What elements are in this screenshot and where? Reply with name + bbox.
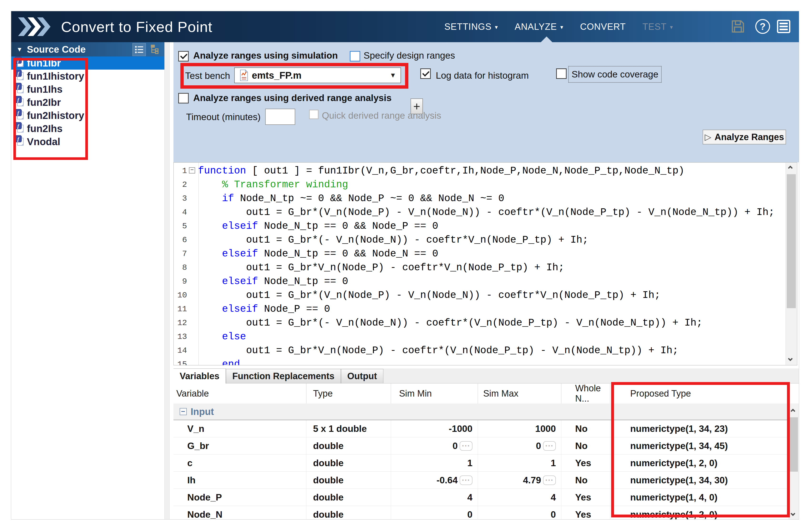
code-text: out1 = G_br*(- V_n(Node_N)) - coeftr*(V_… [198,316,702,330]
sidebar-item-fun1Ihistory[interactable]: ffun1Ihistory [11,70,164,83]
tab-function-replacements[interactable]: Function Replacements [226,369,341,383]
code-text: elseif Node_N_tp == 0 && Node_P == 0 [198,219,438,233]
sim-min-value: 4 [467,492,473,503]
chevron-down-icon: ▾ [560,24,563,30]
panel-divider[interactable] [164,42,170,519]
code-line: 12 out1 = G_br*(- V_n(Node_N)) - coeftr*… [174,316,797,330]
tab-output[interactable]: Output [341,369,383,383]
sidebar-item-label: fun1Ihistory [27,71,84,82]
line-number: 7 [174,247,187,261]
more-detail-icon[interactable]: ··· [460,475,473,485]
cell-type: double [306,506,391,519]
fold-column [187,302,198,316]
line-number: 10 [174,288,187,302]
table-row[interactable]: V_n5 x 1 double-10001000Nonumerictype(1,… [173,420,789,437]
code-text: elseif Node_P == 0 [198,302,330,316]
timeout-input[interactable] [265,109,295,125]
code-fold-icon[interactable]: − [189,167,195,173]
column-header-sim-min[interactable]: Sim Min [391,383,478,404]
table-row[interactable]: G_brdouble0···0···Nonumerictype(1, 34, 4… [173,437,789,455]
scroll-up-icon[interactable] [791,409,797,413]
app-title: Convert to Fixed Point [61,18,212,35]
tab-variables[interactable]: Variables [173,369,226,384]
line-number: 1 [174,164,187,178]
cell-proposed-type: numerictype(1, 2, 0) [610,506,789,519]
collapse-group-icon[interactable] [180,408,187,415]
column-header-proposed-type[interactable]: Proposed Type [610,383,789,404]
more-detail-icon[interactable]: ··· [543,475,556,485]
more-detail-icon[interactable]: ··· [543,441,556,451]
cell-variable: Node_N [173,506,306,519]
code-editor[interactable]: 1−function [ out1 ] = fun1Ibr(V_n,G_br,c… [173,162,797,365]
input-group-row[interactable]: Input [173,403,789,420]
analyze-simulation-checkbox[interactable] [178,51,189,61]
table-row[interactable]: Node_Pdouble44Yesnumerictype(1, 4, 0) [173,489,789,506]
scroll-up-icon[interactable] [789,166,794,170]
editor-vertical-scrollbar[interactable] [785,163,797,365]
code-line: 15 end [174,358,797,365]
sidebar-item-fun2Ihs[interactable]: ffun2Ihs [11,122,164,135]
fold-column [187,192,198,205]
tree-view-icon[interactable] [148,43,161,56]
table-vertical-scrollbar[interactable] [789,403,799,519]
code-line: 7 elseif Node_N_tp == 0 && Node_N == 0 [174,247,797,261]
code-text: out1 = G_br*(V_n(Node_P) - V_n(Node_N)) … [198,288,661,302]
column-header-variable[interactable]: Variable [173,383,306,404]
sim-max-value: 4 [551,492,556,503]
play-icon: ▷ [705,132,711,142]
fold-column [187,316,198,330]
test-bench-value: emts_FP.m [252,70,301,81]
table-row[interactable]: Ihdouble-0.64···4.79···Nonumerictype(1, … [173,472,789,489]
show-code-coverage-checkbox[interactable] [556,68,567,79]
cell-type: double [306,437,391,455]
menu-settings[interactable]: SETTINGS▾ [444,22,498,32]
scroll-down-icon[interactable] [791,513,797,516]
save-icon[interactable] [730,18,746,34]
chevron-down-icon: ▾ [495,24,498,30]
log-data-histogram-checkbox[interactable] [420,68,431,79]
analyze-derived-label: Analyze ranges using derived range analy… [193,93,391,103]
sidebar-item-Vnodal[interactable]: fVnodal [11,135,164,148]
layout-icon[interactable] [776,18,792,34]
sidebar-item-fun2Ibr[interactable]: ffun2Ibr [11,96,164,109]
test-bench-dropdown[interactable]: emts_FP.m ▼ [234,68,401,83]
more-detail-icon[interactable]: ··· [460,441,473,451]
analyze-derived-checkbox[interactable] [178,93,189,103]
log-data-histogram-label: Log data for histogram [436,70,529,81]
table-scroll-thumb[interactable] [790,417,798,472]
sidebar-item-label: fun1Ihs [27,84,62,95]
list-view-icon[interactable] [132,43,146,56]
fold-column [187,233,198,247]
editor-scroll-thumb[interactable] [787,174,796,308]
line-number: 2 [174,178,187,192]
table-row[interactable]: Node_Ndouble00Yesnumerictype(1, 2, 0) [173,506,789,519]
sidebar-item-fun2Ihistory[interactable]: ffun2Ihistory [11,109,164,122]
show-code-coverage-label: Show code coverage [571,69,658,80]
menu-test[interactable]: TEST▾ [642,22,673,32]
cell-type: 5 x 1 double [306,420,391,437]
help-icon[interactable]: ? [755,18,770,34]
cell-sim-max: 0 [478,506,561,519]
line-number: 13 [174,330,187,344]
cell-sim-min: 4 [391,489,478,506]
function-file-icon: f [15,109,24,122]
analyze-ranges-button[interactable]: ▷ Analyze Ranges [702,130,786,144]
menu-analyze[interactable]: ANALYZE▾ [514,22,563,32]
column-header-type[interactable]: Type [306,383,391,404]
sim-max-value: 0 [551,509,556,519]
code-line: 14 out1 = G_br*V_n(Node_P) - coeftr*(V_n… [174,344,797,358]
menu-convert[interactable]: CONVERT [580,22,626,32]
column-header-whole-n-[interactable]: Whole N... [561,383,610,404]
column-header-sim-max[interactable]: Sim Max [478,383,561,404]
code-text: end [198,358,240,365]
cell-sim-min: 0··· [391,437,478,455]
sidebar-item-fun1Ihs[interactable]: ffun1Ihs [11,83,164,96]
function-file-icon: f [15,83,24,96]
function-file-icon: f [15,70,24,83]
titlebar: Convert to Fixed Point SETTINGS▾ANALYZE▾… [11,11,799,42]
collapse-triangle-icon[interactable]: ▼ [16,46,23,53]
scroll-down-icon[interactable] [789,358,794,361]
specify-design-ranges-checkbox[interactable] [350,51,360,61]
table-row[interactable]: cdouble11Yesnumerictype(1, 2, 0) [173,455,789,472]
sidebar-item-fun1Ibr[interactable]: ffun1Ibr [11,57,164,70]
